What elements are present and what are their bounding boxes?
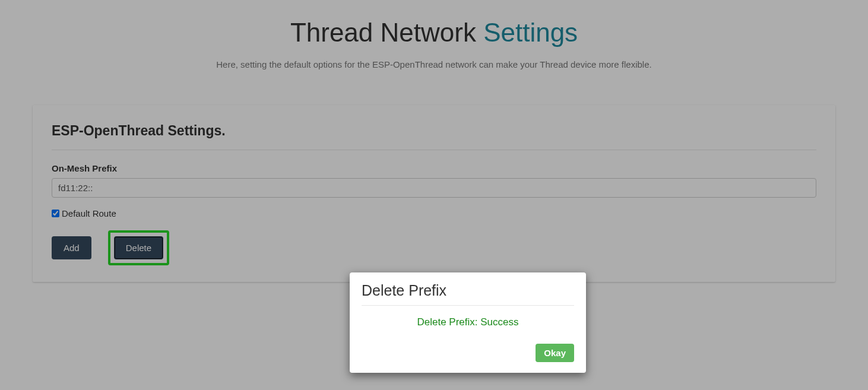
- okay-button[interactable]: Okay: [536, 344, 574, 362]
- modal-title: Delete Prefix: [362, 282, 574, 306]
- delete-prefix-modal: Delete Prefix Delete Prefix: Success Oka…: [350, 272, 586, 373]
- modal-message: Delete Prefix: Success: [362, 316, 574, 328]
